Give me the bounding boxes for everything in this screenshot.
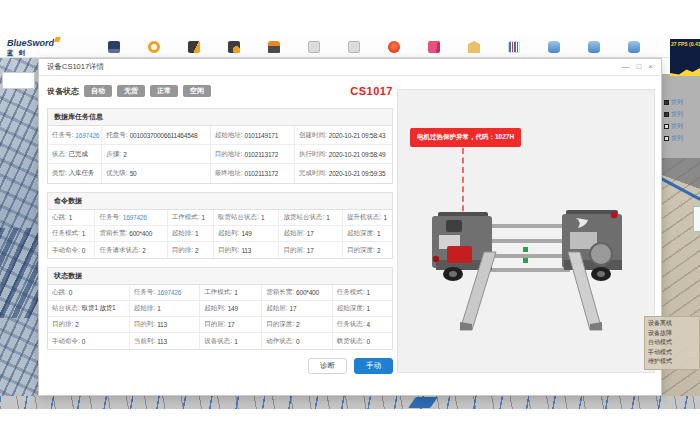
- book-icon[interactable]: [428, 41, 440, 53]
- field-label: 起始排:: [134, 304, 155, 313]
- task-number-link[interactable]: 1697426: [75, 132, 99, 139]
- envelope-icon[interactable]: [468, 41, 480, 53]
- field-value: 113: [157, 321, 167, 328]
- manual-button[interactable]: 手动: [354, 358, 393, 374]
- checkbox-icon[interactable]: [664, 136, 669, 141]
- cylinder-icon[interactable]: [628, 41, 640, 53]
- layer-toggle[interactable]: 货列: [662, 108, 700, 120]
- table-cell: 工作模式:1: [167, 210, 213, 225]
- panel-icon[interactable]: [308, 41, 320, 53]
- restore-icon[interactable]: □: [636, 62, 641, 72]
- close-icon[interactable]: ×: [648, 62, 653, 72]
- task-number-link[interactable]: 1697426: [157, 289, 181, 296]
- field-value: 1: [383, 214, 386, 221]
- diagnose-button[interactable]: 诊断: [308, 358, 347, 374]
- checkbox-icon[interactable]: [664, 124, 669, 129]
- field-label: 站台状态:: [52, 304, 80, 313]
- forklift-icon[interactable]: [188, 41, 200, 53]
- panel-icon[interactable]: [348, 41, 360, 53]
- cylinder-icon[interactable]: [548, 41, 560, 53]
- checkbox-icon[interactable]: [664, 112, 669, 117]
- screen: BlueSword 蓝剑 27 FPS (0.43 货列货列货列货列 设备离线设…: [0, 0, 700, 440]
- field-label: 目的排:: [52, 320, 73, 329]
- alarm-icon[interactable]: [388, 41, 400, 53]
- scene-racks: [0, 228, 38, 318]
- dialog-titlebar[interactable]: 设备CS1017详情 — □ ×: [39, 59, 661, 76]
- field-label: 起始层:: [283, 229, 304, 238]
- field-label: 取货站台状态:: [218, 213, 259, 222]
- field-label: 目的地址:: [215, 150, 243, 159]
- fps-graph-icon: [670, 66, 700, 76]
- table-cell: 提升机状态:1: [342, 210, 392, 225]
- field-label: 货箱长宽:: [99, 229, 127, 238]
- warehouse-3d-scene-bottom: [0, 396, 700, 409]
- binoculars-icon[interactable]: [228, 41, 240, 53]
- checkbox-icon[interactable]: [664, 100, 669, 105]
- table-cell: 任务号:1697426: [94, 210, 166, 225]
- field-value: 1: [234, 289, 237, 296]
- status-badge: 自动: [84, 85, 112, 97]
- table-cell: 放货站台状态:1: [278, 210, 342, 225]
- table-cell: 心跳:0: [48, 285, 129, 300]
- person-icon[interactable]: [268, 41, 280, 53]
- status-badge: 正常: [150, 85, 178, 97]
- table-cell: 任务请求状态:2: [94, 242, 166, 258]
- field-value: 149: [228, 305, 238, 312]
- field-label: 起始列:: [204, 304, 225, 313]
- table-cell: 完成时间:2020-10-21 09:59:35: [294, 164, 392, 183]
- table-cell: 站台状态:取货1 放货1: [48, 301, 129, 316]
- field-value: 113: [241, 247, 251, 254]
- context-menu-item[interactable]: 设备故障: [648, 329, 699, 339]
- table-cell: 载货状态:0: [332, 333, 392, 349]
- field-value: 2020-10-21 09:58:49: [329, 151, 386, 158]
- section-state: 状态数据心跳:0任务号:1697426工作模式:1货箱长宽:600*400任务模…: [47, 267, 393, 350]
- layer-toggle[interactable]: 货列: [662, 120, 700, 132]
- context-menu-item[interactable]: 自动模式: [648, 338, 699, 348]
- field-value: 149: [241, 230, 251, 237]
- table-cell: 工作模式:1: [199, 285, 261, 300]
- layer-toggle[interactable]: 货列: [662, 96, 700, 108]
- field-label: 任务模式:: [337, 288, 365, 297]
- layer-toggle[interactable]: 货列: [662, 132, 700, 144]
- field-label: 手动命令:: [52, 246, 80, 255]
- field-label: 任务号:: [52, 131, 73, 140]
- field-label: 起始地址:: [215, 131, 243, 140]
- field-value: 4: [367, 321, 370, 328]
- task-number-link[interactable]: 1697426: [123, 214, 147, 221]
- cylinder-icon[interactable]: [588, 41, 600, 53]
- table-cell: 托盘号:00100370006611464548: [101, 126, 209, 144]
- minimize-icon[interactable]: —: [621, 62, 629, 72]
- context-menu-item[interactable]: 手动模式: [648, 348, 699, 358]
- field-value: 2: [296, 321, 299, 328]
- field-value: 17: [307, 230, 314, 237]
- field-label: 设备状态:: [204, 337, 232, 346]
- device-status-label: 设备状态: [47, 86, 79, 97]
- field-label: 目的排:: [172, 246, 193, 255]
- monitor-icon[interactable]: [108, 41, 120, 53]
- field-label: 目的深度:: [347, 246, 375, 255]
- field-value: 600*400: [129, 230, 152, 237]
- warehouse-3d-scene-left: [0, 58, 38, 408]
- field-value: 取货1 放货1: [82, 304, 116, 313]
- table-cell: 手动命令:0: [48, 242, 94, 258]
- field-value: 1: [234, 338, 237, 345]
- context-menu: 设备离线设备故障自动模式手动模式维护模式: [644, 316, 700, 370]
- field-value: 0: [69, 289, 72, 296]
- ring-icon[interactable]: [148, 41, 160, 53]
- field-value: 0101149171: [244, 132, 278, 139]
- barcode-icon[interactable]: [508, 41, 520, 53]
- table-cell: 目的层:17: [199, 317, 261, 332]
- field-label: 提升机状态:: [347, 213, 381, 222]
- field-label: 起始列:: [218, 229, 239, 238]
- field-label: 最终地址:: [215, 169, 243, 178]
- shuttle-3d-model[interactable]: [426, 202, 628, 340]
- field-label: 优先级:: [106, 169, 127, 178]
- field-value: 0102113172: [244, 151, 278, 158]
- field-label: 目的层:: [204, 320, 225, 329]
- table-cell: 货箱长宽:600*400: [261, 285, 332, 300]
- context-menu-item[interactable]: 设备离线: [648, 319, 699, 329]
- context-menu-item[interactable]: 维护模式: [648, 357, 699, 367]
- table-cell: 执行时间:2020-10-21 09:58:49: [294, 145, 392, 163]
- scene-shuttle: [408, 397, 438, 408]
- table-cell: 当前列:113: [129, 333, 200, 349]
